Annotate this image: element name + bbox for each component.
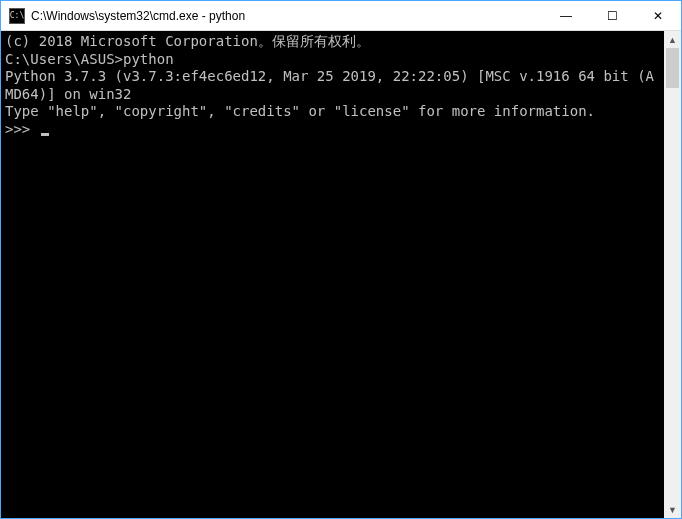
scrollbar[interactable]: ▲ ▼ — [664, 31, 681, 518]
terminal-line: Python 3.7.3 (v3.7.3:ef4ec6ed12, Mar 25 … — [5, 68, 660, 103]
maximize-button[interactable]: ☐ — [589, 1, 635, 30]
terminal-line: Type "help", "copyright", "credits" or "… — [5, 103, 660, 121]
titlebar: C:\ C:\Windows\system32\cmd.exe - python… — [1, 1, 681, 31]
scroll-up-arrow[interactable]: ▲ — [664, 31, 681, 48]
terminal-line: (c) 2018 Microsoft Corporation。保留所有权利。 — [5, 33, 660, 51]
terminal-output[interactable]: (c) 2018 Microsoft Corporation。保留所有权利。C:… — [1, 31, 664, 518]
window-title: C:\Windows\system32\cmd.exe - python — [31, 9, 543, 23]
scroll-thumb[interactable] — [666, 48, 679, 88]
scroll-down-arrow[interactable]: ▼ — [664, 501, 681, 518]
minimize-button[interactable]: — — [543, 1, 589, 30]
close-button[interactable]: ✕ — [635, 1, 681, 30]
terminal-line: C:\Users\ASUS>python — [5, 51, 660, 69]
cmd-icon: C:\ — [9, 8, 25, 24]
cursor — [41, 133, 49, 136]
terminal-container: (c) 2018 Microsoft Corporation。保留所有权利。C:… — [1, 31, 681, 518]
window-controls: — ☐ ✕ — [543, 1, 681, 30]
terminal-line: >>> — [5, 121, 660, 139]
scroll-track[interactable] — [664, 48, 681, 501]
